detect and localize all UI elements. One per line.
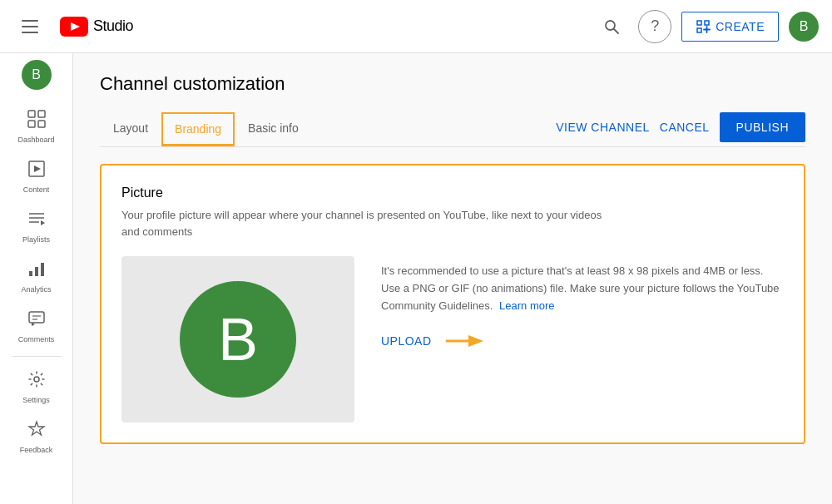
- svg-rect-1: [22, 26, 38, 27]
- settings-icon: [27, 370, 46, 393]
- header-left: Studio: [13, 10, 595, 43]
- upload-row: UPLOAD: [381, 331, 784, 351]
- svg-rect-12: [28, 111, 35, 117]
- picture-section: Picture Your profile picture will appear…: [100, 164, 805, 444]
- cancel-button[interactable]: CANCEL: [660, 121, 710, 134]
- page-title: Channel customization: [100, 73, 805, 95]
- svg-rect-22: [29, 271, 32, 276]
- sidebar-item-playlists[interactable]: Playlists: [7, 203, 67, 250]
- sidebar-settings-label: Settings: [22, 396, 50, 404]
- sidebar-playlists-label: Playlists: [22, 235, 50, 244]
- search-icon: [603, 18, 620, 35]
- svg-rect-7: [697, 21, 701, 25]
- picture-section-title: Picture: [121, 185, 784, 200]
- sidebar-content-label: Content: [23, 185, 50, 194]
- svg-marker-17: [34, 166, 41, 172]
- sidebar-item-comments[interactable]: Comments: [7, 303, 67, 349]
- tab-branding[interactable]: Branding: [161, 112, 235, 146]
- logo[interactable]: Studio: [60, 17, 133, 37]
- svg-line-6: [614, 28, 619, 33]
- comments-icon: [27, 309, 46, 332]
- tabs-left: Layout Branding Basic info: [100, 111, 556, 146]
- view-channel-button[interactable]: VIEW CHANNEL: [556, 121, 650, 134]
- svg-rect-24: [41, 263, 44, 276]
- upload-button[interactable]: UPLOAD: [381, 334, 432, 348]
- svg-point-29: [34, 377, 39, 382]
- picture-content: B It's recommended to use a picture that…: [121, 256, 784, 422]
- svg-rect-25: [29, 312, 44, 323]
- learn-more-link[interactable]: Learn more: [499, 299, 554, 312]
- sidebar: B Dashboard Content: [0, 53, 73, 504]
- tab-layout[interactable]: Layout: [100, 111, 161, 147]
- sidebar-item-analytics[interactable]: Analytics: [7, 253, 67, 299]
- svg-rect-23: [35, 267, 38, 276]
- picture-info: It's recommended to use a picture that's…: [381, 256, 784, 351]
- search-button[interactable]: [595, 10, 628, 43]
- tabs-bar: Layout Branding Basic info VIEW CHANNEL …: [100, 111, 805, 147]
- picture-info-text: It's recommended to use a picture that's…: [381, 263, 784, 314]
- svg-rect-13: [38, 111, 45, 117]
- sidebar-item-feedback[interactable]: Feedback: [7, 413, 67, 460]
- help-icon: ?: [651, 17, 659, 35]
- picture-section-desc: Your profile picture will appear where y…: [121, 207, 621, 240]
- svg-marker-31: [468, 335, 483, 347]
- svg-rect-8: [705, 21, 709, 25]
- header: Studio ? CREATE B: [0, 0, 832, 53]
- sidebar-dashboard-label: Dashboard: [17, 136, 54, 144]
- main-layout: B Dashboard Content: [0, 53, 832, 504]
- create-button[interactable]: CREATE: [681, 12, 779, 42]
- hamburger-button[interactable]: [13, 10, 47, 43]
- help-button[interactable]: ?: [638, 10, 671, 43]
- svg-rect-2: [22, 32, 38, 33]
- sidebar-avatar[interactable]: B: [22, 60, 52, 90]
- arrow-icon: [445, 331, 487, 351]
- sidebar-divider: [12, 356, 62, 357]
- svg-rect-9: [697, 28, 701, 32]
- sidebar-analytics-label: Analytics: [21, 285, 51, 294]
- publish-button[interactable]: PUBLISH: [720, 112, 805, 142]
- sidebar-item-settings[interactable]: Settings: [7, 363, 67, 410]
- picture-preview: B: [121, 256, 354, 422]
- analytics-icon: [27, 259, 46, 282]
- svg-rect-0: [22, 20, 38, 22]
- dashboard-icon: [27, 110, 46, 132]
- svg-rect-15: [38, 121, 45, 127]
- studio-label: Studio: [93, 17, 133, 35]
- picture-avatar: B: [180, 281, 296, 398]
- youtube-logo-icon: [60, 17, 88, 37]
- tab-basic-info[interactable]: Basic info: [235, 111, 312, 147]
- sidebar-item-dashboard[interactable]: Dashboard: [7, 103, 67, 150]
- tabs-actions: VIEW CHANNEL CANCEL PUBLISH: [556, 112, 805, 146]
- svg-rect-14: [28, 121, 35, 127]
- sidebar-feedback-label: Feedback: [20, 446, 53, 454]
- sidebar-item-content[interactable]: Content: [7, 153, 67, 200]
- create-icon: [696, 19, 711, 34]
- feedback-icon: [27, 420, 46, 442]
- content-area: Channel customization Layout Branding Ba…: [73, 53, 832, 504]
- svg-marker-21: [41, 220, 45, 225]
- create-label: CREATE: [716, 20, 765, 33]
- sidebar-comments-label: Comments: [18, 335, 55, 343]
- playlists-icon: [27, 210, 46, 232]
- header-right: ? CREATE B: [595, 10, 819, 43]
- user-avatar[interactable]: B: [789, 12, 819, 42]
- content-icon: [27, 160, 46, 182]
